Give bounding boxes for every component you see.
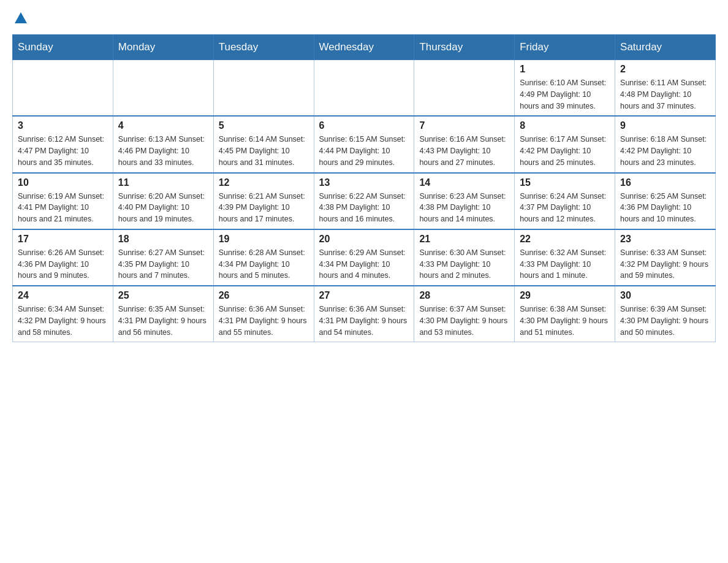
day-number: 15 bbox=[520, 177, 610, 188]
day-info: Sunrise: 6:37 AM Sunset: 4:30 PM Dayligh… bbox=[419, 304, 509, 338]
day-of-week-header: Thursday bbox=[414, 35, 515, 60]
day-info: Sunrise: 6:14 AM Sunset: 4:45 PM Dayligh… bbox=[219, 134, 309, 168]
calendar-week-row: 10Sunrise: 6:19 AM Sunset: 4:41 PM Dayli… bbox=[13, 173, 716, 229]
day-info: Sunrise: 6:16 AM Sunset: 4:43 PM Dayligh… bbox=[419, 134, 509, 168]
day-number: 18 bbox=[118, 234, 208, 245]
day-info: Sunrise: 6:26 AM Sunset: 4:36 PM Dayligh… bbox=[18, 247, 108, 282]
day-of-week-header: Monday bbox=[113, 35, 213, 60]
day-number: 28 bbox=[419, 290, 509, 301]
day-info: Sunrise: 6:12 AM Sunset: 4:47 PM Dayligh… bbox=[18, 134, 108, 168]
day-info: Sunrise: 6:36 AM Sunset: 4:31 PM Dayligh… bbox=[319, 304, 409, 338]
day-info: Sunrise: 6:28 AM Sunset: 4:34 PM Dayligh… bbox=[219, 247, 309, 282]
calendar-week-row: 24Sunrise: 6:34 AM Sunset: 4:32 PM Dayli… bbox=[13, 286, 716, 342]
calendar-day-cell bbox=[314, 60, 414, 117]
calendar-day-cell: 7Sunrise: 6:16 AM Sunset: 4:43 PM Daylig… bbox=[414, 116, 515, 172]
day-info: Sunrise: 6:27 AM Sunset: 4:35 PM Dayligh… bbox=[118, 247, 208, 282]
day-number: 30 bbox=[620, 290, 710, 301]
day-number: 23 bbox=[620, 234, 710, 245]
calendar-day-cell bbox=[414, 60, 515, 117]
calendar-day-cell: 25Sunrise: 6:35 AM Sunset: 4:31 PM Dayli… bbox=[113, 286, 213, 342]
calendar-day-cell: 19Sunrise: 6:28 AM Sunset: 4:34 PM Dayli… bbox=[213, 229, 314, 286]
day-of-week-header: Sunday bbox=[13, 35, 113, 60]
day-number: 17 bbox=[18, 234, 108, 245]
calendar-day-cell: 27Sunrise: 6:36 AM Sunset: 4:31 PM Dayli… bbox=[314, 286, 414, 342]
day-info: Sunrise: 6:34 AM Sunset: 4:32 PM Dayligh… bbox=[18, 304, 108, 338]
calendar-day-cell: 22Sunrise: 6:32 AM Sunset: 4:33 PM Dayli… bbox=[515, 229, 615, 286]
day-info: Sunrise: 6:11 AM Sunset: 4:48 PM Dayligh… bbox=[620, 77, 710, 112]
calendar-day-cell: 13Sunrise: 6:22 AM Sunset: 4:38 PM Dayli… bbox=[314, 173, 414, 229]
day-info: Sunrise: 6:25 AM Sunset: 4:36 PM Dayligh… bbox=[620, 191, 710, 225]
day-number: 6 bbox=[319, 120, 409, 131]
calendar-day-cell: 14Sunrise: 6:23 AM Sunset: 4:38 PM Dayli… bbox=[414, 173, 515, 229]
day-number: 27 bbox=[319, 290, 409, 301]
day-info: Sunrise: 6:38 AM Sunset: 4:30 PM Dayligh… bbox=[520, 304, 610, 338]
calendar-header-row: SundayMondayTuesdayWednesdayThursdayFrid… bbox=[13, 35, 716, 60]
calendar-day-cell: 24Sunrise: 6:34 AM Sunset: 4:32 PM Dayli… bbox=[13, 286, 113, 342]
day-number: 21 bbox=[419, 234, 509, 245]
calendar-day-cell: 2Sunrise: 6:11 AM Sunset: 4:48 PM Daylig… bbox=[615, 60, 716, 117]
day-number: 12 bbox=[219, 177, 309, 188]
day-number: 26 bbox=[219, 290, 309, 301]
day-number: 10 bbox=[18, 177, 108, 188]
calendar-week-row: 1Sunrise: 6:10 AM Sunset: 4:49 PM Daylig… bbox=[13, 60, 716, 117]
day-of-week-header: Friday bbox=[515, 35, 615, 60]
calendar-day-cell: 30Sunrise: 6:39 AM Sunset: 4:30 PM Dayli… bbox=[615, 286, 716, 342]
day-number: 29 bbox=[520, 290, 610, 301]
day-info: Sunrise: 6:19 AM Sunset: 4:41 PM Dayligh… bbox=[18, 191, 108, 225]
calendar-day-cell bbox=[13, 60, 113, 117]
day-info: Sunrise: 6:20 AM Sunset: 4:40 PM Dayligh… bbox=[118, 191, 208, 225]
calendar-day-cell: 5Sunrise: 6:14 AM Sunset: 4:45 PM Daylig… bbox=[213, 116, 314, 172]
day-info: Sunrise: 6:23 AM Sunset: 4:38 PM Dayligh… bbox=[419, 191, 509, 225]
day-of-week-header: Wednesday bbox=[314, 35, 414, 60]
day-of-week-header: Tuesday bbox=[213, 35, 314, 60]
calendar-day-cell: 28Sunrise: 6:37 AM Sunset: 4:30 PM Dayli… bbox=[414, 286, 515, 342]
calendar-day-cell: 6Sunrise: 6:15 AM Sunset: 4:44 PM Daylig… bbox=[314, 116, 414, 172]
calendar-day-cell: 21Sunrise: 6:30 AM Sunset: 4:33 PM Dayli… bbox=[414, 229, 515, 286]
calendar-day-cell: 15Sunrise: 6:24 AM Sunset: 4:37 PM Dayli… bbox=[515, 173, 615, 229]
day-number: 1 bbox=[520, 64, 610, 75]
page-header bbox=[12, 12, 716, 25]
calendar-table: SundayMondayTuesdayWednesdayThursdayFrid… bbox=[12, 34, 716, 342]
calendar-day-cell: 12Sunrise: 6:21 AM Sunset: 4:39 PM Dayli… bbox=[213, 173, 314, 229]
day-number: 22 bbox=[520, 234, 610, 245]
calendar-day-cell: 26Sunrise: 6:36 AM Sunset: 4:31 PM Dayli… bbox=[213, 286, 314, 342]
day-info: Sunrise: 6:18 AM Sunset: 4:42 PM Dayligh… bbox=[620, 134, 710, 168]
logo-triangle-icon bbox=[15, 12, 27, 23]
day-info: Sunrise: 6:32 AM Sunset: 4:33 PM Dayligh… bbox=[520, 247, 610, 282]
calendar-day-cell: 29Sunrise: 6:38 AM Sunset: 4:30 PM Dayli… bbox=[515, 286, 615, 342]
day-info: Sunrise: 6:33 AM Sunset: 4:32 PM Dayligh… bbox=[620, 247, 710, 282]
day-info: Sunrise: 6:30 AM Sunset: 4:33 PM Dayligh… bbox=[419, 247, 509, 282]
calendar-day-cell: 10Sunrise: 6:19 AM Sunset: 4:41 PM Dayli… bbox=[13, 173, 113, 229]
day-number: 2 bbox=[620, 64, 710, 75]
day-number: 19 bbox=[219, 234, 309, 245]
day-info: Sunrise: 6:17 AM Sunset: 4:42 PM Dayligh… bbox=[520, 134, 610, 168]
calendar-day-cell: 11Sunrise: 6:20 AM Sunset: 4:40 PM Dayli… bbox=[113, 173, 213, 229]
day-info: Sunrise: 6:35 AM Sunset: 4:31 PM Dayligh… bbox=[118, 304, 208, 338]
day-number: 7 bbox=[419, 120, 509, 131]
calendar-day-cell: 8Sunrise: 6:17 AM Sunset: 4:42 PM Daylig… bbox=[515, 116, 615, 172]
logo bbox=[12, 12, 27, 25]
day-info: Sunrise: 6:29 AM Sunset: 4:34 PM Dayligh… bbox=[319, 247, 409, 282]
day-number: 13 bbox=[319, 177, 409, 188]
day-number: 24 bbox=[18, 290, 108, 301]
day-info: Sunrise: 6:39 AM Sunset: 4:30 PM Dayligh… bbox=[620, 304, 710, 338]
logo-general bbox=[12, 12, 27, 25]
calendar-day-cell: 16Sunrise: 6:25 AM Sunset: 4:36 PM Dayli… bbox=[615, 173, 716, 229]
calendar-day-cell bbox=[213, 60, 314, 117]
day-number: 14 bbox=[419, 177, 509, 188]
day-number: 11 bbox=[118, 177, 208, 188]
calendar-day-cell: 18Sunrise: 6:27 AM Sunset: 4:35 PM Dayli… bbox=[113, 229, 213, 286]
day-number: 5 bbox=[219, 120, 309, 131]
day-info: Sunrise: 6:21 AM Sunset: 4:39 PM Dayligh… bbox=[219, 191, 309, 225]
calendar-day-cell: 23Sunrise: 6:33 AM Sunset: 4:32 PM Dayli… bbox=[615, 229, 716, 286]
day-number: 4 bbox=[118, 120, 208, 131]
day-number: 16 bbox=[620, 177, 710, 188]
day-number: 20 bbox=[319, 234, 409, 245]
day-number: 9 bbox=[620, 120, 710, 131]
calendar-week-row: 17Sunrise: 6:26 AM Sunset: 4:36 PM Dayli… bbox=[13, 229, 716, 286]
day-info: Sunrise: 6:13 AM Sunset: 4:46 PM Dayligh… bbox=[118, 134, 208, 168]
calendar-day-cell: 4Sunrise: 6:13 AM Sunset: 4:46 PM Daylig… bbox=[113, 116, 213, 172]
day-info: Sunrise: 6:36 AM Sunset: 4:31 PM Dayligh… bbox=[219, 304, 309, 338]
calendar-day-cell: 1Sunrise: 6:10 AM Sunset: 4:49 PM Daylig… bbox=[515, 60, 615, 117]
day-info: Sunrise: 6:24 AM Sunset: 4:37 PM Dayligh… bbox=[520, 191, 610, 225]
